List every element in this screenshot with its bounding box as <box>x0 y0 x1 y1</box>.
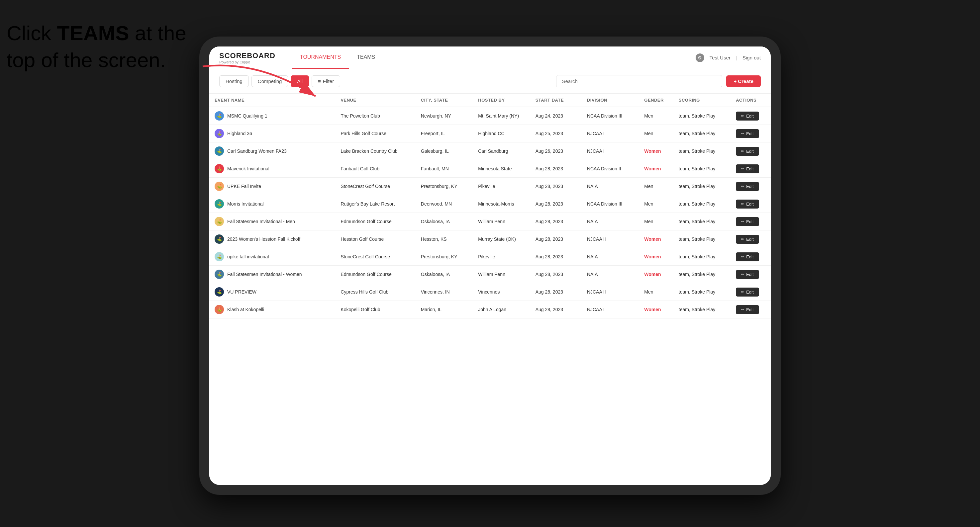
gender-cell: Men <box>639 195 673 213</box>
city-cell: Oskaloosa, IA <box>415 266 473 283</box>
team-icon: ⛳ <box>215 305 224 314</box>
date-cell: Aug 26, 2023 <box>530 143 582 160</box>
division-cell: NJCAA I <box>582 301 639 319</box>
table-row: ⛳ Fall Statesmen Invitational - Women Ed… <box>209 266 771 283</box>
event-name: 2023 Women's Hesston Fall Kickoff <box>227 237 300 242</box>
gear-icon[interactable]: ⚙ <box>696 54 704 62</box>
event-name-cell: ⛳ upike fall invitational <box>209 248 335 266</box>
team-icon: ⛳ <box>215 164 224 173</box>
city-cell: Prestonsburg, KY <box>415 248 473 266</box>
event-name-cell: ⛳ Fall Statesmen Invitational - Men <box>209 213 335 230</box>
col-scoring: SCORING <box>673 94 730 107</box>
gender-cell: Men <box>639 107 673 125</box>
col-city: CITY, STATE <box>415 94 473 107</box>
col-actions: ACTIONS <box>730 94 771 107</box>
search-input[interactable] <box>556 75 722 87</box>
actions-cell: Edit <box>730 195 771 213</box>
event-name: Morris Invitational <box>227 201 264 206</box>
edit-button[interactable]: Edit <box>736 287 759 297</box>
gender-cell: Women <box>639 230 673 248</box>
team-icon: ⛳ <box>215 129 224 138</box>
event-name: upike fall invitational <box>227 254 269 259</box>
venue-cell: Edmundson Golf Course <box>335 213 415 230</box>
content-area: Hosting Competing All ≡ Filter + Create <box>209 69 771 485</box>
actions-cell: Edit <box>730 107 771 125</box>
edit-button[interactable]: Edit <box>736 235 759 244</box>
sign-out-link[interactable]: Sign out <box>743 55 761 60</box>
event-name: Maverick Invitational <box>227 166 269 171</box>
hosted-cell: Carl Sandburg <box>473 143 530 160</box>
edit-button[interactable]: Edit <box>736 147 759 156</box>
table-row: ⛳ VU PREVIEW Cypress Hills Golf Club Vin… <box>209 283 771 301</box>
actions-cell: Edit <box>730 213 771 230</box>
edit-button[interactable]: Edit <box>736 217 759 226</box>
table-row: ⛳ 2023 Women's Hesston Fall Kickoff Hess… <box>209 230 771 248</box>
edit-button[interactable]: Edit <box>736 252 759 261</box>
gender-cell: Women <box>639 266 673 283</box>
event-name-cell: ⛳ Fall Statesmen Invitational - Women <box>209 266 335 283</box>
date-cell: Aug 28, 2023 <box>530 195 582 213</box>
user-name: Test User <box>710 55 730 60</box>
event-name: VU PREVIEW <box>227 289 256 295</box>
gender-cell: Men <box>639 213 673 230</box>
city-cell: Galesburg, IL <box>415 143 473 160</box>
gender-cell: Women <box>639 143 673 160</box>
venue-cell: The Powelton Club <box>335 107 415 125</box>
table-body: ⛳ MSMC Qualifying 1 The Powelton Club Ne… <box>209 107 771 319</box>
actions-cell: Edit <box>730 125 771 143</box>
table-row: ⛳ Morris Invitational Ruttger's Bay Lake… <box>209 195 771 213</box>
event-name: Highland 36 <box>227 131 252 136</box>
table-row: ⛳ Klash at Kokopelli Kokopelli Golf Club… <box>209 301 771 319</box>
edit-button[interactable]: Edit <box>736 164 759 173</box>
event-name-cell: ⛳ Carl Sandburg Women FA23 <box>209 143 335 160</box>
division-cell: NAIA <box>582 213 639 230</box>
scoring-cell: team, Stroke Play <box>673 107 730 125</box>
arrow-pointer <box>176 56 342 130</box>
edit-button[interactable]: Edit <box>736 200 759 208</box>
hosted-cell: William Penn <box>473 266 530 283</box>
event-name-cell: ⛳ Klash at Kokopelli <box>209 301 335 319</box>
hosted-cell: Pikeville <box>473 248 530 266</box>
team-icon: ⛳ <box>215 287 224 297</box>
date-cell: Aug 25, 2023 <box>530 125 582 143</box>
date-cell: Aug 28, 2023 <box>530 178 582 195</box>
edit-button[interactable]: Edit <box>736 111 759 121</box>
edit-button[interactable]: Edit <box>736 270 759 279</box>
col-hosted: HOSTED BY <box>473 94 530 107</box>
city-cell: Vincennes, IN <box>415 283 473 301</box>
create-button[interactable]: + Create <box>726 75 761 87</box>
city-cell: Freeport, IL <box>415 125 473 143</box>
division-cell: NJCAA I <box>582 125 639 143</box>
col-date: START DATE <box>530 94 582 107</box>
col-gender: GENDER <box>639 94 673 107</box>
city-cell: Newburgh, NY <box>415 107 473 125</box>
col-venue: VENUE <box>335 94 415 107</box>
event-name-cell: ⛳ Morris Invitational <box>209 195 335 213</box>
scoring-cell: team, Stroke Play <box>673 160 730 178</box>
edit-button[interactable]: Edit <box>736 129 759 138</box>
team-icon: ⛳ <box>215 182 224 191</box>
event-name: Klash at Kokopelli <box>227 307 264 312</box>
edit-button[interactable]: Edit <box>736 305 759 314</box>
division-cell: NAIA <box>582 248 639 266</box>
scoring-cell: team, Stroke Play <box>673 213 730 230</box>
edit-button[interactable]: Edit <box>736 182 759 191</box>
actions-cell: Edit <box>730 160 771 178</box>
tab-teams[interactable]: TEAMS <box>349 46 383 69</box>
division-cell: NJCAA I <box>582 143 639 160</box>
venue-cell: Cypress Hills Golf Club <box>335 283 415 301</box>
hosted-cell: John A Logan <box>473 301 530 319</box>
hosted-cell: Murray State (OK) <box>473 230 530 248</box>
date-cell: Aug 28, 2023 <box>530 213 582 230</box>
event-name: UPKE Fall Invite <box>227 184 261 189</box>
date-cell: Aug 28, 2023 <box>530 301 582 319</box>
separator: | <box>736 55 737 60</box>
team-icon: ⛳ <box>215 217 224 226</box>
actions-cell: Edit <box>730 266 771 283</box>
search-create-area: + Create <box>556 75 761 87</box>
venue-cell: Edmundson Golf Course <box>335 266 415 283</box>
col-division: DIVISION <box>582 94 639 107</box>
date-cell: Aug 24, 2023 <box>530 107 582 125</box>
hosted-cell: William Penn <box>473 213 530 230</box>
city-cell: Oskaloosa, IA <box>415 213 473 230</box>
